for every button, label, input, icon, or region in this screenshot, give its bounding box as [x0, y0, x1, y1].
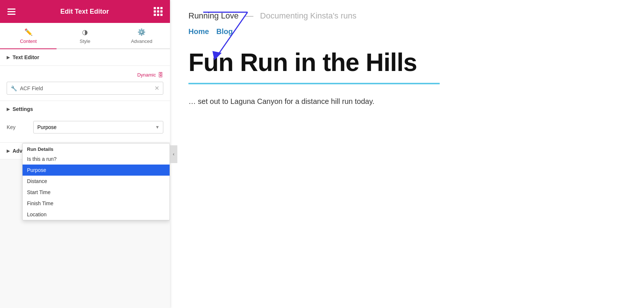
tab-style[interactable]: ◑ Style — [57, 23, 113, 48]
site-title-row: Running Love — Documenting Kinsta's runs — [188, 11, 626, 21]
nav-link-blog[interactable]: Blog — [217, 27, 233, 36]
dynamic-button[interactable]: Dynamic 🗄 — [137, 72, 163, 78]
text-editor-label: Text Editor — [13, 54, 39, 60]
clear-icon[interactable]: ✕ — [154, 85, 159, 92]
settings-section: ▶ Settings Key Is this a run? Purpose Di… — [0, 101, 170, 143]
panel-header: Edit Text Editor — [0, 0, 170, 23]
nav-link-home[interactable]: Home — [188, 27, 209, 36]
ellipsis-prefix: … — [188, 97, 198, 105]
dropdown-item-finish-time[interactable]: Finish Time — [23, 198, 170, 209]
nav-row: Home Blog — [188, 27, 626, 36]
dropdown-item-start-time[interactable]: Start Time — [23, 187, 170, 198]
post-excerpt-text: set out to Laguna Canyon for a distance … — [198, 97, 375, 105]
settings-body: Key Is this a run? Purpose Distance Star… — [0, 117, 170, 142]
gear-icon: ⚙️ — [137, 28, 146, 36]
panel-tabs: ✏️ Content ◑ Style ⚙️ Advanced — [0, 23, 170, 49]
dropdown-group-label: Run Details — [23, 143, 170, 153]
apps-grid-icon[interactable] — [154, 7, 163, 16]
acf-field-input-wrapper: 🔧 ✕ — [7, 82, 163, 95]
tab-advanced-label: Advanced — [131, 38, 152, 44]
tab-content-label: Content — [20, 38, 37, 44]
panel-body: ▶ Text Editor Dynamic 🗄 🔧 ✕ ▶ — [0, 49, 170, 308]
key-row: Key Is this a run? Purpose Distance Star… — [7, 121, 163, 133]
site-dash: — — [245, 11, 253, 21]
post-title-underline — [188, 83, 440, 84]
wrench-icon: 🔧 — [11, 85, 17, 91]
key-select-wrapper: Is this a run? Purpose Distance Start Ti… — [33, 121, 163, 133]
settings-label: Settings — [13, 106, 33, 112]
panel-title: Edit Text Editor — [60, 8, 109, 16]
text-editor-section-header[interactable]: ▶ Text Editor — [0, 49, 170, 66]
dropdown-item-is-this-a-run[interactable]: Is this a run? — [23, 153, 170, 165]
collapse-arrow-icon: ▶ — [7, 55, 10, 60]
acf-field-input[interactable] — [20, 85, 151, 91]
dynamic-label: Dynamic — [137, 72, 156, 78]
key-label: Key — [7, 124, 29, 130]
dropdown-item-distance[interactable]: Distance — [23, 176, 170, 187]
tab-style-label: Style — [80, 38, 91, 44]
post-excerpt: … set out to Laguna Canyon for a distanc… — [188, 95, 626, 107]
key-select[interactable]: Is this a run? Purpose Distance Start Ti… — [33, 121, 163, 133]
advanced-collapse-arrow-icon: ▶ — [7, 149, 10, 153]
left-scroll-chevron[interactable]: ‹ — [170, 145, 177, 163]
tab-content[interactable]: ✏️ Content — [0, 23, 57, 48]
pencil-icon: ✏️ — [24, 28, 33, 36]
hamburger-icon[interactable] — [7, 9, 16, 15]
site-title: Running Love — [188, 11, 239, 21]
tab-advanced[interactable]: ⚙️ Advanced — [113, 23, 170, 48]
dynamic-db-icon: 🗄 — [158, 72, 163, 78]
key-dropdown-menu: Run Details Is this a run? Purpose Dista… — [22, 143, 170, 220]
text-editor-section-content: Dynamic 🗄 🔧 ✕ — [0, 66, 170, 101]
post-title: Fun Run in the Hills — [188, 49, 626, 75]
site-tagline: Documenting Kinsta's runs — [260, 11, 357, 21]
settings-section-header[interactable]: ▶ Settings — [0, 101, 170, 117]
settings-collapse-arrow-icon: ▶ — [7, 107, 10, 112]
dynamic-row: Dynamic 🗄 — [7, 72, 163, 78]
chevron-left-icon: ‹ — [173, 151, 174, 157]
dropdown-item-purpose[interactable]: Purpose — [23, 165, 170, 176]
dropdown-item-location[interactable]: Location — [23, 209, 170, 220]
right-panel: Running Love — Documenting Kinsta's runs… — [170, 0, 644, 308]
half-circle-icon: ◑ — [82, 28, 88, 36]
left-panel: Edit Text Editor ✏️ Content ◑ Style ⚙️ A… — [0, 0, 170, 308]
